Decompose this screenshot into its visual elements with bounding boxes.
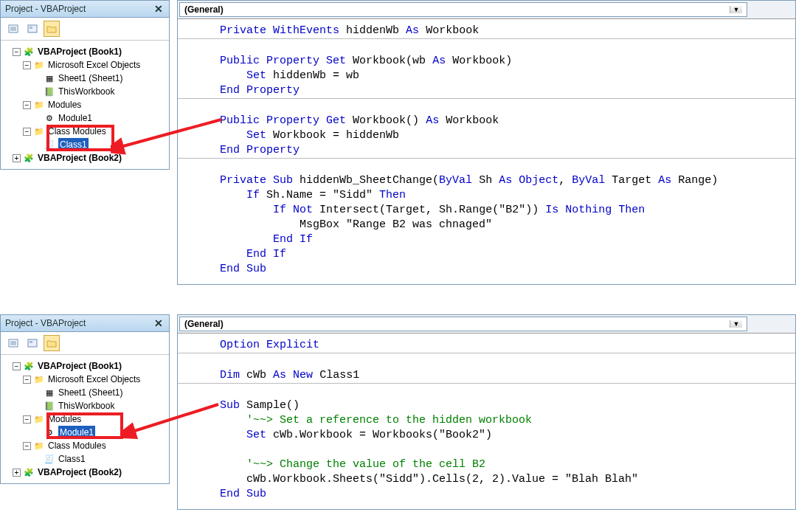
project-toolbar (1, 332, 169, 355)
code-editor[interactable]: Private WithEvents hiddenWb As Workbook … (178, 19, 795, 284)
tree-item-class1[interactable]: 🧾Class1 (2, 452, 167, 466)
sheet-icon: ▦ (44, 387, 55, 398)
code-editor-panel: (General) ▼ Private WithEvents hiddenWb … (177, 0, 796, 285)
tree-label: Class Modules (48, 439, 106, 452)
tree-label: Sheet1 (Sheet1) (58, 72, 122, 85)
collapse-icon[interactable]: − (23, 101, 31, 109)
tree-label: VBAProject (Book1) (38, 359, 122, 373)
project-tree[interactable]: −🧩VBAProject (Book1) −📁Microsoft Excel O… (1, 41, 169, 169)
project-toolbar (1, 18, 169, 41)
folder-icon: 📁 (33, 441, 45, 451)
view-code-button[interactable] (5, 335, 21, 351)
panel-title-bar: Project - VBAProject ✕ (1, 315, 169, 332)
collapse-icon[interactable]: − (13, 362, 21, 370)
module-icon: ⚙ (44, 427, 55, 438)
tree-label: VBAProject (Book1) (38, 45, 122, 58)
collapse-icon[interactable]: − (23, 61, 31, 69)
workbook-icon: 📗 (44, 401, 55, 411)
module-icon: ⚙ (44, 113, 55, 123)
view-object-button[interactable] (24, 335, 41, 351)
project-tree[interactable]: −🧩VBAProject (Book1) −📁Microsoft Excel O… (1, 355, 169, 483)
tree-item-module1[interactable]: ⚙Module1 (2, 111, 167, 125)
collapse-icon[interactable]: − (23, 442, 31, 450)
svg-rect-5 (30, 27, 32, 29)
panel-title: Project - VBAProject (5, 4, 86, 14)
tree-item-sheet1[interactable]: ▦Sheet1 (Sheet1) (2, 72, 167, 85)
panel-title-bar: Project - VBAProject ✕ (1, 1, 169, 18)
close-icon[interactable]: ✕ (153, 317, 165, 329)
tree-folder-excel-objects[interactable]: −📁Microsoft Excel Objects (2, 58, 167, 72)
object-combo-bar: (General) ▼ (178, 315, 795, 334)
tree-label: Sheet1 (Sheet1) (58, 386, 122, 399)
tree-project-book2[interactable]: +🧩VBAProject (Book2) (2, 151, 167, 165)
tree-project-book2[interactable]: +🧩VBAProject (Book2) (2, 466, 167, 479)
tree-folder-class-modules[interactable]: −📁Class Modules (2, 125, 167, 138)
folder-icon: 📁 (33, 414, 45, 424)
tree-label: VBAProject (Book2) (38, 151, 122, 165)
object-combo[interactable]: (General) ▼ (179, 2, 747, 17)
project-explorer-panel: Project - VBAProject ✕ −🧩VBAProject (Boo… (0, 314, 170, 484)
folder-icon: 📁 (33, 60, 45, 70)
folder-icon: 📁 (33, 374, 45, 384)
collapse-icon[interactable]: − (13, 48, 21, 56)
tree-label: Microsoft Excel Objects (48, 58, 140, 72)
toggle-folders-button[interactable] (44, 335, 60, 351)
sheet-icon: ▦ (44, 73, 55, 83)
view-object-button[interactable] (24, 21, 41, 37)
tree-label: Microsoft Excel Objects (48, 373, 140, 386)
class-icon: 🧾 (44, 139, 55, 150)
chevron-down-icon[interactable]: ▼ (730, 6, 742, 13)
tree-project-root[interactable]: −🧩VBAProject (Book1) (2, 359, 167, 373)
tree-label-selected: Module1 (58, 426, 95, 439)
panel-title: Project - VBAProject (5, 318, 86, 328)
close-icon[interactable]: ✕ (153, 3, 165, 15)
tree-item-thisworkbook[interactable]: 📗ThisWorkbook (2, 399, 167, 412)
code-editor-panel: (General) ▼ Option Explicit Dim cWb As N… (177, 314, 796, 510)
tree-project-root[interactable]: −🧩VBAProject (Book1) (2, 45, 167, 58)
toggle-folders-button[interactable] (44, 21, 60, 37)
tree-item-sheet1[interactable]: ▦Sheet1 (Sheet1) (2, 386, 167, 399)
tree-label: Class1 (58, 452, 86, 466)
tree-item-module1[interactable]: ⚙Module1 (2, 426, 167, 439)
folder-icon: 📁 (33, 100, 45, 110)
tree-folder-class-modules[interactable]: −📁Class Modules (2, 439, 167, 452)
code-editor[interactable]: Option Explicit Dim cWb As New Class1 Su… (178, 334, 795, 509)
chevron-down-icon[interactable]: ▼ (730, 320, 742, 328)
object-combo-bar: (General) ▼ (178, 1, 795, 19)
workbook-icon: 📗 (44, 86, 55, 97)
collapse-icon[interactable]: − (23, 128, 31, 136)
expand-icon[interactable]: + (13, 154, 21, 162)
tree-label: Module1 (58, 111, 92, 125)
collapse-icon[interactable]: − (23, 376, 31, 384)
project-icon: 🧩 (23, 467, 35, 477)
tree-item-thisworkbook[interactable]: 📗ThisWorkbook (2, 85, 167, 98)
tree-folder-modules[interactable]: −📁Modules (2, 98, 167, 111)
expand-icon[interactable]: + (13, 469, 21, 477)
folder-icon: 📁 (33, 126, 45, 137)
tree-label: ThisWorkbook (58, 399, 114, 412)
tree-label: Modules (48, 98, 81, 111)
project-icon: 🧩 (23, 361, 35, 371)
tree-label: Class Modules (48, 125, 106, 138)
tree-label: Modules (48, 412, 81, 426)
tree-folder-modules[interactable]: −📁Modules (2, 412, 167, 426)
view-code-button[interactable] (5, 21, 21, 37)
project-icon: 🧩 (23, 153, 35, 163)
project-explorer-panel: Project - VBAProject ✕ −🧩VBAProject (Boo… (0, 0, 170, 170)
svg-rect-12 (30, 341, 32, 343)
project-icon: 🧩 (23, 46, 35, 57)
tree-label-selected: Class1 (58, 138, 89, 151)
tree-label: VBAProject (Book2) (38, 466, 122, 479)
combo-value: (General) (184, 319, 224, 329)
collapse-icon[interactable]: − (23, 415, 31, 424)
combo-value: (General) (184, 4, 224, 15)
tree-item-class1[interactable]: 🧾Class1 (2, 138, 167, 151)
object-combo[interactable]: (General) ▼ (179, 317, 747, 331)
tree-folder-excel-objects[interactable]: −📁Microsoft Excel Objects (2, 373, 167, 386)
tree-label: ThisWorkbook (58, 85, 114, 98)
class-icon: 🧾 (44, 454, 55, 464)
